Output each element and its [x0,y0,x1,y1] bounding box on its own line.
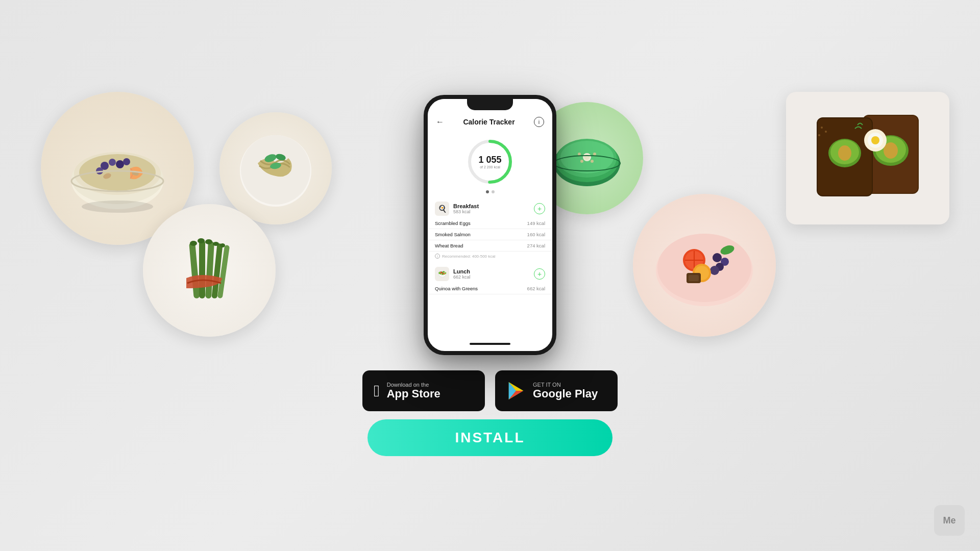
bottom-content:  Download on the App Store GET IT ON Go… [362,370,618,456]
calorie-ring-section: 1 055 of 2 200 kcal [428,131,552,197]
home-indicator [470,343,510,345]
lunch-add-button[interactable]: + [534,268,545,280]
app-screen: ← Calorie Tracker i 1 055 [428,99,552,351]
svg-point-5 [109,159,116,166]
lunch-name: Lunch [453,268,471,274]
wheat-bread-name: Wheat Bread [435,243,463,248]
breakfast-name: Breakfast [453,203,479,209]
scrambled-eggs-name: Scrambled Eggs [435,220,471,226]
svg-point-35 [593,153,596,156]
page-wrapper: ← Calorie Tracker i 1 055 [0,0,980,551]
svg-rect-18 [189,242,200,299]
svg-point-7 [123,158,130,165]
calories-goal: of 2 200 kcal [478,165,501,169]
meals-list: 🍳 Breakfast 583 kcal + Scrambled Eggs [428,197,552,351]
back-icon[interactable]: ← [436,117,444,127]
google-play-name: Google Play [533,388,598,400]
svg-point-63 [838,145,851,161]
breakfast-section: 🍳 Breakfast 583 kcal + Scrambled Eggs [428,197,552,261]
phone-mockup: ← Calorie Tracker i 1 055 [424,95,556,355]
install-button[interactable]: INSTALL [368,419,612,456]
svg-point-26 [213,242,219,246]
svg-point-66 [871,136,879,144]
google-play-icon [506,381,526,400]
svg-point-60 [884,142,898,159]
recommended-icon: i [435,254,440,259]
google-play-button[interactable]: GET IT ON Google Play [495,370,618,411]
svg-point-23 [190,241,197,246]
scrambled-eggs-item: Scrambled Eggs 149 kcal [428,218,552,229]
quinoa-name: Quinoa with Greens [435,286,478,291]
food-asparagus-circle [143,204,276,337]
pagination-dots [486,190,495,193]
breakfast-icon: 🍳 [435,202,449,216]
info-icon[interactable]: i [534,117,544,127]
ring-container: 1 055 of 2 200 kcal [464,136,516,187]
lunch-kcal: 662 kcal [453,274,471,280]
smoked-salmon-name: Smoked Salmon [435,232,471,237]
app-title: Calorie Tracker [463,118,514,126]
svg-point-25 [205,239,212,244]
breakfast-kcal: 583 kcal [453,209,479,214]
svg-point-48 [710,266,719,275]
store-buttons:  Download on the App Store GET IT ON Go… [362,370,618,411]
app-store-button[interactable]:  Download on the App Store [362,370,485,411]
svg-point-68 [825,131,827,133]
me-label: Me [943,515,955,526]
breakfast-info: Breakfast 583 kcal [453,203,479,214]
google-play-text: GET IT ON Google Play [533,382,598,400]
smoked-salmon-item: Smoked Salmon 160 kcal [428,229,552,240]
svg-point-24 [198,238,205,243]
lunch-header-left: 🥗 Lunch 662 kcal [435,267,471,281]
food-plate-circle [633,194,776,337]
recommended-text: i Recommended: 400-500 kcal [428,252,552,261]
me-button[interactable]: Me [934,505,965,536]
svg-point-45 [713,253,722,262]
svg-rect-19 [199,240,205,298]
svg-point-6 [116,160,124,168]
svg-point-34 [578,153,581,156]
app-store-text: Download on the App Store [387,382,440,400]
svg-point-27 [220,243,225,247]
scrambled-eggs-kcal: 149 kcal [527,220,545,226]
quinoa-kcal: 662 kcal [527,286,545,291]
apple-icon:  [374,382,380,400]
lunch-header: 🥗 Lunch 662 kcal + [428,263,552,283]
recommended-label: Recommended: 400-500 kcal [442,254,496,259]
svg-point-37 [591,160,594,163]
svg-point-36 [580,160,583,163]
wheat-bread-kcal: 274 kcal [527,243,545,248]
calories-count: 1 055 [478,155,501,164]
quinoa-item: Quinoa with Greens 662 kcal [428,283,552,294]
phone-notch [467,99,513,110]
lunch-info: Lunch 662 kcal [453,268,471,280]
breakfast-header: 🍳 Breakfast 583 kcal + [428,197,552,218]
dot-2 [492,190,495,193]
food-pasta-circle [219,112,332,224]
svg-point-12 [82,201,153,213]
ring-text: 1 055 of 2 200 kcal [478,155,501,169]
lunch-icon: 🥗 [435,267,449,281]
breakfast-header-left: 🍳 Breakfast 583 kcal [435,202,479,216]
phone-screen: ← Calorie Tracker i 1 055 [428,99,552,351]
food-toast-circle [786,92,949,224]
svg-point-69 [818,134,820,136]
phone-container: ← Calorie Tracker i 1 055 [424,95,556,355]
svg-point-67 [821,127,823,129]
app-store-name: App Store [387,388,440,400]
install-label: INSTALL [455,430,525,446]
breakfast-add-button[interactable]: + [534,203,545,214]
dot-1 [486,190,489,193]
smoked-salmon-kcal: 160 kcal [527,232,545,237]
lunch-section: 🥗 Lunch 662 kcal + Quinoa with Greens [428,263,552,294]
svg-rect-52 [689,275,699,281]
wheat-bread-item: Wheat Bread 274 kcal [428,240,552,252]
